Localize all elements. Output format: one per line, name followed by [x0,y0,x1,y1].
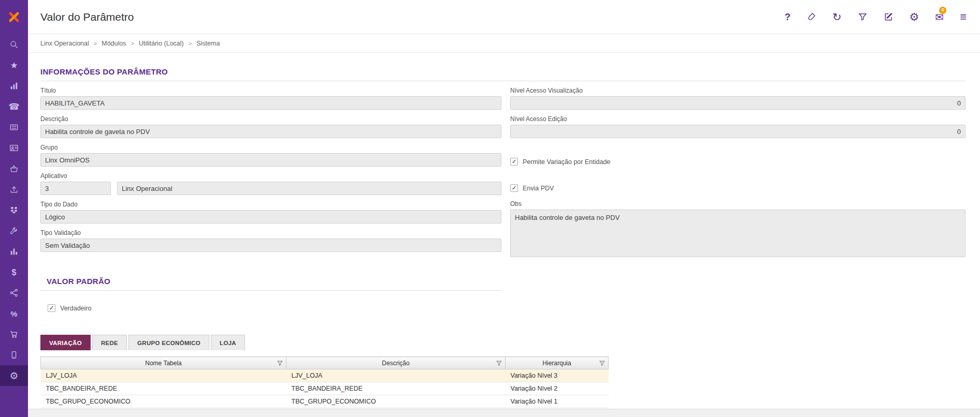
section-title-valor-padrao: VALOR PADRÃO [40,277,965,286]
cell-descricao[interactable]: LJV_LOJA [286,369,506,382]
nivel-edicao-input[interactable] [510,125,965,138]
cell-hierarquia[interactable]: Variação Nível 1 [506,395,609,408]
sidebar-item-favorites[interactable] [0,55,28,76]
envia-pdv-checkbox[interactable] [510,184,518,192]
sidebar-item-upload[interactable] [0,179,28,200]
nivel-edicao-label: Nível Acesso Edição [510,115,965,123]
tipo-validacao-label: Tipo Validação [40,229,501,236]
sidebar [0,0,28,417]
star-icon [10,61,18,70]
sidebar-item-reports[interactable] [0,76,28,96]
header-hierarquia[interactable]: Hierarquia [506,357,609,369]
table-row[interactable]: TBC_BANDEIRA_REDE TBC_BANDEIRA_REDE Vari… [41,382,609,395]
header-descricao[interactable]: Descrição [286,357,506,369]
list-icon [9,123,19,132]
tab-loja[interactable]: LOJA [211,335,245,350]
aplicativo-name-input[interactable] [117,182,501,195]
sidebar-item-mobile[interactable] [0,345,28,365]
mail-icon[interactable]: 0 [935,12,944,22]
cell-hierarquia[interactable]: Variação Nível 2 [506,382,609,395]
tipo-dado-input[interactable] [40,210,501,224]
sidebar-item-settings[interactable] [0,365,28,386]
page-title: Valor do Parâmetro [40,11,785,23]
tab-rede[interactable]: REDE [92,335,127,350]
sidebar-item-basket[interactable] [0,158,28,179]
edit-icon[interactable] [884,12,893,22]
percent-icon [10,309,17,318]
linx-logo[interactable] [0,0,28,34]
header-nome-tabela[interactable]: Nome Tabela [41,357,286,369]
breadcrumb-item[interactable]: Módulos [102,40,126,47]
tipo-validacao-input[interactable] [40,239,501,252]
help-icon[interactable] [785,12,790,22]
form-left-column: Título Descrição Grupo Aplicativo [40,81,501,259]
sidebar-item-search[interactable] [0,34,28,55]
sidebar-item-contacts[interactable] [0,138,28,158]
dropbox-icon [9,205,19,215]
breadcrumb-item[interactable]: Linx Operacional [40,40,89,47]
verdadeiro-checkbox[interactable] [48,304,55,312]
sidebar-item-dropbox[interactable] [0,200,28,220]
sidebar-item-list[interactable] [0,117,28,138]
descricao-label: Descrição [40,115,501,123]
sidebar-item-tools[interactable] [0,220,28,241]
sidebar-item-phone[interactable] [0,96,28,117]
menu-icon[interactable] [960,11,967,23]
table-row[interactable]: LJV_LOJA LJV_LOJA Variação Nível 3 [41,369,609,382]
field-nivel-edicao: Nível Acesso Edição [510,115,965,138]
basket-icon [9,164,19,173]
aplicativo-code-input[interactable] [40,182,111,195]
sidebar-item-discounts[interactable] [0,303,28,324]
obs-textarea[interactable]: Habilita controle de gaveta no PDV [510,210,965,257]
permite-variacao-checkbox[interactable] [510,158,518,166]
mobile-icon [9,350,19,360]
bottom-scrollbar-strip[interactable] [28,409,980,417]
header-hierarquia-label: Hierarquia [542,360,571,367]
cell-nome-tabela[interactable]: LJV_LOJA [41,369,286,382]
main-area: Valor do Parâmetro 0 [28,0,980,417]
field-obs: Obs Habilita controle de gaveta no PDV [510,200,965,259]
cell-descricao[interactable]: TBC_BANDEIRA_REDE [286,382,506,395]
cell-hierarquia[interactable]: Variação Nível 3 [506,369,609,382]
nivel-visualizacao-input[interactable] [510,96,965,110]
field-tipo-dado: Tipo do Dado [40,201,501,224]
sidebar-item-cart[interactable] [0,324,28,345]
table-row[interactable]: TBC_GRUPO_ECONOMICO TBC_GRUPO_ECONOMICO … [41,395,609,408]
brush-icon[interactable] [806,12,816,22]
cart-icon [9,330,19,339]
chart-bars-icon [9,247,19,256]
breadcrumb-item[interactable]: Utilitário (Local) [139,40,184,47]
descricao-input[interactable] [40,125,501,138]
tab-grupo-economico[interactable]: GRUPO ECONÔMICO [128,335,209,350]
table-header-row: Nome Tabela Descrição Hierarquia [41,357,609,369]
filter-icon[interactable] [858,12,868,22]
sidebar-item-network[interactable] [0,282,28,303]
cell-descricao[interactable]: TBC_GRUPO_ECONOMICO [286,395,506,408]
search-icon [9,40,19,49]
grupo-input[interactable] [40,153,501,167]
breadcrumb: Linx Operacional > Módulos > Utilitário … [28,34,980,53]
envia-pdv-label: Envia PDV [523,185,554,192]
tab-variacao[interactable]: VARIAÇÃO [40,335,91,350]
variacao-table: Nome Tabela Descrição Hierarquia [40,356,609,408]
upload-icon [9,185,19,194]
filter-funnel-icon[interactable] [277,360,283,366]
field-grupo: Grupo [40,144,501,167]
gears-icon [9,371,18,381]
refresh-icon[interactable] [832,11,842,22]
linx-logo-icon [8,11,20,23]
sidebar-item-analytics[interactable] [0,241,28,262]
filter-funnel-icon[interactable] [496,360,502,366]
titulo-input[interactable] [40,96,501,110]
cell-nome-tabela[interactable]: TBC_GRUPO_ECONOMICO [41,395,286,408]
sidebar-item-finance[interactable] [0,262,28,282]
app-window: Valor do Parâmetro 0 [0,0,980,417]
field-nivel-visualizacao: Nível Acesso Visualização [510,87,965,110]
settings-icon[interactable] [910,11,919,22]
filter-funnel-icon[interactable] [599,360,605,366]
content: INFORMAÇÕES DO PARÂMETRO Título Descriçã… [28,53,980,417]
tipo-dado-label: Tipo do Dado [40,201,501,208]
cell-nome-tabela[interactable]: TBC_BANDEIRA_REDE [41,382,286,395]
header-nome-tabela-label: Nome Tabela [145,360,182,367]
breadcrumb-item[interactable]: Sistema [196,40,220,47]
